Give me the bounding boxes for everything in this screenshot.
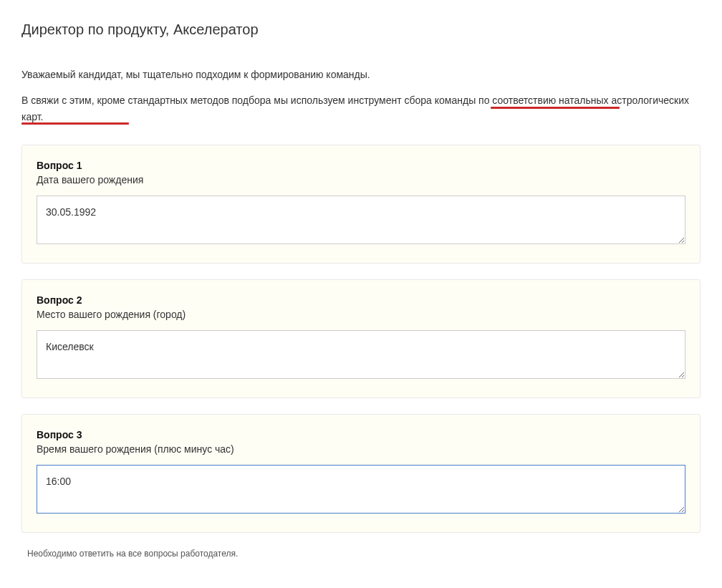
question-block-1: Вопрос 1 Дата вашего рождения xyxy=(21,145,701,264)
intro-paragraph-1: Уважаемый кандидат, мы тщательно подходи… xyxy=(21,67,701,82)
question-3-label: Время вашего рождения (плюс минус час) xyxy=(37,443,685,455)
question-2-input[interactable] xyxy=(37,330,685,379)
question-2-number: Вопрос 2 xyxy=(37,294,685,306)
footer-note: Необходимо ответить на все вопросы работ… xyxy=(21,549,701,559)
question-1-input[interactable] xyxy=(37,196,685,244)
question-2-label: Место вашего рождения (город) xyxy=(37,309,685,320)
question-block-2: Вопрос 2 Место вашего рождения (город) xyxy=(21,279,701,398)
underline-annotation-2 xyxy=(21,122,129,125)
question-3-number: Вопрос 3 xyxy=(37,429,685,440)
question-1-number: Вопрос 1 xyxy=(37,160,685,171)
question-3-input[interactable] xyxy=(37,465,685,514)
intro-paragraph-2-wrap: В свяжи с этим, кроме стандартных методо… xyxy=(21,92,701,125)
underline-annotation-1 xyxy=(491,107,620,109)
question-1-label: Дата вашего рождения xyxy=(37,174,685,185)
question-block-3: Вопрос 3 Время вашего рождения (плюс мин… xyxy=(21,414,701,533)
page-title: Директор по продукту, Акселератор xyxy=(21,21,701,38)
